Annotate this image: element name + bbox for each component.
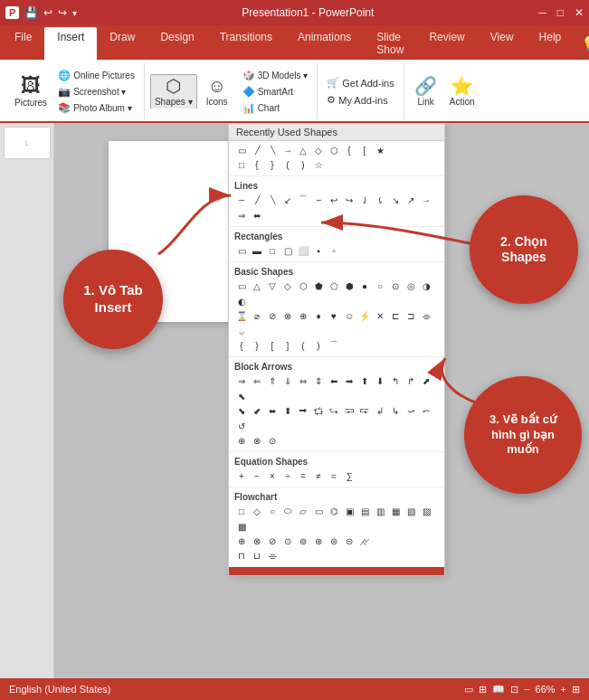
btn-my-addins[interactable]: ⚙ My Add-ins bbox=[323, 92, 397, 108]
ba-19[interactable]: ⮕ bbox=[296, 403, 310, 418]
btn-smartart[interactable]: 🔷 SmartArt bbox=[239, 84, 312, 99]
bs-17[interactable]: ⊘ bbox=[265, 308, 280, 323]
line-13[interactable]: → bbox=[419, 193, 433, 207]
eq-7[interactable]: ≈ bbox=[327, 468, 341, 483]
fc-6[interactable]: ▭ bbox=[311, 504, 326, 518]
shape-line2[interactable]: ╲ bbox=[265, 143, 280, 157]
fc-10[interactable]: ▥ bbox=[373, 504, 387, 518]
ba-9[interactable]: ⬆ bbox=[357, 374, 372, 388]
bs-33[interactable]: ( bbox=[296, 338, 310, 353]
rect-6[interactable]: ▪ bbox=[311, 243, 326, 258]
ba-30[interactable]: ⊗ bbox=[250, 433, 264, 448]
btn-photo-album[interactable]: 📚 Photo Album ▾ bbox=[54, 100, 138, 116]
fit-icon[interactable]: ⊞ bbox=[572, 684, 580, 695]
slide-thumb-1[interactable]: 1 bbox=[4, 127, 51, 159]
bs-22[interactable]: ☺ bbox=[342, 308, 356, 323]
shape-r3[interactable]: } bbox=[265, 157, 280, 172]
minimize-btn[interactable]: ─ bbox=[538, 6, 546, 19]
bs-15[interactable]: ⌛ bbox=[234, 308, 249, 323]
shape-curly[interactable]: { bbox=[342, 143, 356, 157]
fc-12[interactable]: ▧ bbox=[404, 504, 418, 518]
fc-14[interactable]: ▩ bbox=[234, 519, 249, 534]
fc-11[interactable]: ▦ bbox=[388, 504, 403, 518]
ba-31[interactable]: ⊙ bbox=[265, 433, 280, 448]
ba-11[interactable]: ↰ bbox=[388, 374, 403, 388]
tab-animations[interactable]: Animations bbox=[285, 27, 364, 60]
ba-7[interactable]: ⬅ bbox=[327, 374, 341, 388]
fc-5[interactable]: ▱ bbox=[296, 504, 310, 518]
line-14[interactable]: ⇒ bbox=[234, 208, 249, 222]
bs-19[interactable]: ⊕ bbox=[296, 308, 310, 323]
ba-1[interactable]: ⇒ bbox=[234, 374, 249, 388]
line-3[interactable]: ╲ bbox=[265, 193, 280, 207]
tab-transitions[interactable]: Transitions bbox=[207, 27, 285, 60]
line-1[interactable]: ─ bbox=[234, 193, 249, 207]
line-8[interactable]: ↪ bbox=[342, 193, 356, 207]
bs-6[interactable]: ⬟ bbox=[311, 279, 326, 293]
fc-8[interactable]: ▣ bbox=[342, 504, 356, 518]
tab-help[interactable]: Help bbox=[527, 27, 575, 60]
bs-3[interactable]: ▽ bbox=[265, 279, 280, 293]
quick-redo-icon[interactable]: ↪ bbox=[58, 6, 67, 19]
fc-13[interactable]: ▨ bbox=[419, 504, 433, 518]
ba-6[interactable]: ⇕ bbox=[311, 374, 326, 388]
bs-16[interactable]: ⌀ bbox=[250, 308, 264, 323]
fc-16[interactable]: ⊗ bbox=[250, 534, 264, 548]
bs-1[interactable]: ▭ bbox=[234, 279, 249, 293]
btn-3d-models[interactable]: 🎲 3D Models ▾ bbox=[239, 68, 312, 83]
lightbulb-icon[interactable]: 💡 bbox=[574, 27, 589, 60]
rect-2[interactable]: ▬ bbox=[250, 243, 264, 258]
fc-24[interactable]: ⊓ bbox=[234, 548, 249, 563]
shape-hex[interactable]: ⬡ bbox=[327, 143, 341, 157]
rect-3[interactable]: □ bbox=[265, 243, 280, 258]
bs-27[interactable]: ⌯ bbox=[419, 308, 433, 323]
btn-link[interactable]: 🔗 Link bbox=[410, 75, 442, 109]
eq-4[interactable]: ÷ bbox=[280, 468, 295, 483]
ba-23[interactable]: ⮓ bbox=[357, 403, 372, 418]
view-normal-icon[interactable]: ▭ bbox=[464, 684, 473, 695]
line-12[interactable]: ↗ bbox=[404, 193, 418, 207]
ba-12[interactable]: ↱ bbox=[404, 374, 418, 388]
fc-1[interactable]: □ bbox=[234, 504, 249, 518]
ba-4[interactable]: ⇓ bbox=[280, 374, 295, 388]
ba-15[interactable]: ⬊ bbox=[234, 403, 249, 418]
tab-design[interactable]: Design bbox=[147, 27, 206, 60]
shape-r6[interactable]: ☆ bbox=[311, 157, 326, 172]
bs-11[interactable]: ⊙ bbox=[388, 279, 403, 293]
tab-review[interactable]: Review bbox=[416, 27, 477, 60]
btn-chart[interactable]: 📊 Chart bbox=[239, 100, 312, 116]
ba-2[interactable]: ⇐ bbox=[250, 374, 264, 388]
eq-5[interactable]: = bbox=[296, 468, 310, 483]
zoom-in-icon[interactable]: + bbox=[561, 684, 566, 695]
btn-online-pictures[interactable]: 🌐 Online Pictures bbox=[54, 68, 138, 83]
eq-2[interactable]: − bbox=[250, 468, 264, 483]
bs-31[interactable]: [ bbox=[265, 338, 280, 353]
line-5[interactable]: ⌒ bbox=[296, 193, 310, 207]
shape-r5[interactable]: ) bbox=[296, 157, 310, 172]
shape-star[interactable]: ★ bbox=[373, 143, 387, 157]
line-9[interactable]: ⤸ bbox=[357, 193, 372, 207]
rect-7[interactable]: ▫ bbox=[327, 243, 341, 258]
bs-10[interactable]: ○ bbox=[373, 279, 387, 293]
ba-29[interactable]: ⊕ bbox=[234, 433, 249, 448]
fc-15[interactable]: ⊕ bbox=[234, 534, 249, 548]
fc-22[interactable]: ⊝ bbox=[342, 534, 356, 548]
btn-get-addins[interactable]: 🛒 Get Add-ins bbox=[323, 75, 397, 90]
shape-r2[interactable]: { bbox=[250, 157, 264, 172]
btn-pictures[interactable]: 🖼 Pictures bbox=[11, 74, 51, 109]
line-11[interactable]: ↘ bbox=[388, 193, 403, 207]
tab-view[interactable]: View bbox=[478, 27, 527, 60]
bs-4[interactable]: ◇ bbox=[280, 279, 295, 293]
fc-17[interactable]: ⊘ bbox=[265, 534, 280, 548]
ba-16[interactable]: ⬋ bbox=[250, 403, 264, 418]
bs-28[interactable]: ⌵ bbox=[234, 324, 249, 338]
ba-21[interactable]: ⮑ bbox=[327, 403, 341, 418]
bs-7[interactable]: ⬠ bbox=[327, 279, 341, 293]
shape-r4[interactable]: ( bbox=[280, 157, 295, 172]
btn-shapes[interactable]: ⬡ Shapes ▾ bbox=[150, 74, 197, 109]
close-btn[interactable]: ✕ bbox=[575, 6, 584, 19]
tab-insert[interactable]: Insert bbox=[44, 27, 97, 60]
view-present-icon[interactable]: ⊡ bbox=[510, 684, 518, 695]
bs-26[interactable]: ⊐ bbox=[404, 308, 418, 323]
fc-9[interactable]: ▤ bbox=[357, 504, 372, 518]
